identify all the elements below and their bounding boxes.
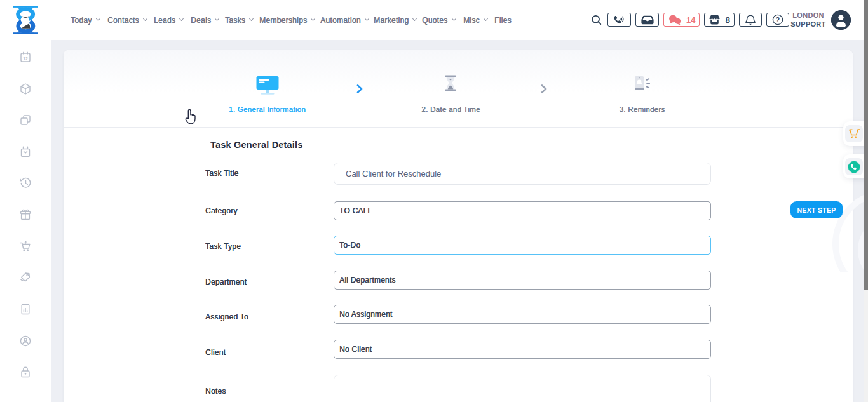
svg-text:?: ? — [776, 16, 780, 23]
svg-text:12: 12 — [23, 56, 28, 60]
